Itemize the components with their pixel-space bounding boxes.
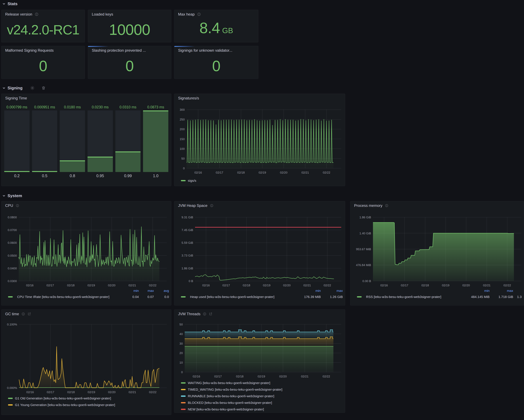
section-system[interactable]: System xyxy=(2,192,22,199)
info-icon[interactable] xyxy=(16,204,19,207)
legend-item-g1-young[interactable]: G1 Young Generation [teku-w3s-besu-teku-… xyxy=(8,402,169,408)
legend-header-min[interactable]: min xyxy=(463,289,489,293)
stat-value: 0 xyxy=(212,57,220,75)
legend-color-dash xyxy=(181,382,186,384)
legend-header-max[interactable]: max xyxy=(489,289,513,293)
bar-gauge-cell: 0.0230 ms 0.95 xyxy=(87,105,113,178)
panel-loading-indicator xyxy=(174,46,195,47)
svg-text:0.100%: 0.100% xyxy=(7,323,17,326)
svg-text:02/17: 02/17 xyxy=(216,171,223,174)
panel-title[interactable]: JVM Threads xyxy=(178,312,201,316)
legend-color-dash xyxy=(8,404,13,406)
svg-text:02/22: 02/22 xyxy=(323,171,330,174)
svg-text:0: 0 xyxy=(183,167,185,170)
legend-header-max[interactable]: max xyxy=(139,289,154,293)
panel-max-heap: Max heap 8.4 GB xyxy=(174,10,258,43)
legend-item-g1-old[interactable]: G1 Old Generation [teku-w3s-besu-teku-go… xyxy=(8,395,169,402)
gear-icon[interactable] xyxy=(30,86,35,90)
panel-release-version: Release version v24.2.0-RC1 xyxy=(1,10,85,43)
legend-color-dash xyxy=(8,398,13,399)
legend-item-new[interactable]: NEW [teku-w3s-besu-teku-goerli-web3signe… xyxy=(181,406,343,413)
svg-text:02/16: 02/16 xyxy=(193,375,200,378)
external-link-icon[interactable] xyxy=(27,312,31,316)
svg-text:02/18: 02/18 xyxy=(237,171,245,174)
process-memory-chart[interactable]: 0.00 B476.84 MiB953.67 MiB1.40 GiB1.86 G… xyxy=(352,209,522,287)
grafana-dashboard: Stats Release version v24.2.0-RC1 Loaded… xyxy=(0,0,524,420)
panel-title[interactable]: JVM Heap Space xyxy=(178,203,208,208)
svg-text:5.59 GiB: 5.59 GiB xyxy=(182,241,193,244)
legend-header-min[interactable]: min xyxy=(124,289,139,293)
external-link-icon[interactable] xyxy=(209,312,212,316)
section-signing[interactable]: Signing xyxy=(2,84,46,92)
legend-color-dash xyxy=(357,296,362,298)
legend-item-timed-waiting[interactable]: TIMED_WAITING [teku-w3s-besu-teku-goerli… xyxy=(181,386,343,393)
panel-title[interactable]: Malformed Signing Requests xyxy=(5,48,54,53)
bar-gauge-cell: 0.0180 ms 0.8 xyxy=(60,105,85,178)
svg-text:02/21: 02/21 xyxy=(301,375,308,378)
svg-text:02/20: 02/20 xyxy=(108,390,116,394)
legend-item-waiting[interactable]: WAITING [teku-w3s-besu-teku-goerli-web3s… xyxy=(181,380,343,386)
panel-title[interactable]: Signings for unknown validator... xyxy=(178,48,232,53)
panel-title[interactable]: Slashing protection prevented ... xyxy=(92,48,146,53)
legend-item-blocked[interactable]: BLOCKED [teku-w3s-besu-teku-goerli-web3s… xyxy=(181,399,343,406)
jvm-heap-chart[interactable]: 0 B1.86 GiB3.73 GiB5.59 GiB7.45 GiB9.31 … xyxy=(176,209,343,287)
svg-text:100: 100 xyxy=(180,147,185,150)
signatures-chart[interactable]: 05010015020025030002/1602/1702/1802/1902… xyxy=(176,101,343,177)
info-icon[interactable] xyxy=(210,204,213,207)
cpu-chart[interactable]: 0.03000.04000.05000.06000.07000.080002/1… xyxy=(4,209,169,287)
legend-header-avg[interactable]: avg xyxy=(154,289,169,293)
panel-unknown-validator: Signings for unknown validator... 0 xyxy=(174,46,258,79)
panel-title[interactable]: Max heap xyxy=(178,12,195,17)
chevron-down-icon xyxy=(2,86,6,90)
panel-cpu: CPU 0.03000.04000.05000.06000.07000.0800… xyxy=(1,201,171,306)
svg-text:02/19: 02/19 xyxy=(88,390,95,394)
legend-item-sigs[interactable]: sigs/s xyxy=(181,177,343,184)
svg-text:1.86 GiB: 1.86 GiB xyxy=(359,216,371,219)
svg-text:02/17: 02/17 xyxy=(401,284,408,287)
legend-header-max[interactable]: max xyxy=(321,289,343,293)
panel-title[interactable]: GC time xyxy=(5,312,19,316)
svg-text:02/20: 02/20 xyxy=(283,284,291,287)
legend-header-min[interactable]: min xyxy=(294,289,321,293)
svg-text:02/20: 02/20 xyxy=(279,375,287,378)
info-icon[interactable] xyxy=(385,204,388,207)
svg-text:02/22: 02/22 xyxy=(323,284,331,287)
signing-time-bar-gauge[interactable]: 0.000799 ms 0.2 0.000951 ms 0.5 0.0180 m… xyxy=(4,105,169,178)
svg-text:02/18: 02/18 xyxy=(421,284,429,287)
section-stats[interactable]: Stats xyxy=(2,0,17,8)
svg-text:02/17: 02/17 xyxy=(214,375,222,378)
svg-text:02/19: 02/19 xyxy=(258,375,265,378)
legend-color-dash xyxy=(181,180,186,181)
trash-icon[interactable] xyxy=(41,86,46,90)
panel-title[interactable]: Loaded keys xyxy=(92,12,113,17)
panel-loading-indicator xyxy=(88,46,108,47)
panel-signing-time: Signing Time 0.000799 ms 0.2 0.000951 ms… xyxy=(1,94,171,186)
panel-title[interactable]: Signatures/s xyxy=(178,96,199,100)
svg-text:02/17: 02/17 xyxy=(222,284,230,287)
svg-text:02/20: 02/20 xyxy=(280,171,288,174)
svg-text:02/19: 02/19 xyxy=(87,284,95,287)
info-icon[interactable] xyxy=(35,12,38,16)
gc-time-chart[interactable]: 0.000%0.100%02/1602/1702/1802/1902/2002/… xyxy=(4,317,169,394)
svg-text:02/17: 02/17 xyxy=(47,390,54,394)
info-icon[interactable] xyxy=(203,312,206,316)
svg-text:476.84 MiB: 476.84 MiB xyxy=(356,263,371,267)
legend-item-runnable[interactable]: RUNNABLE [teku-w3s-besu-teku-goerli-web3… xyxy=(181,393,343,399)
svg-text:50: 50 xyxy=(179,323,183,326)
svg-text:02/19: 02/19 xyxy=(259,171,266,174)
svg-text:02/16: 02/16 xyxy=(380,284,388,287)
panel-title[interactable]: CPU xyxy=(5,203,13,208)
jvm-threads-chart[interactable]: 0102030405002/1602/1702/1802/1902/2002/2… xyxy=(176,317,343,379)
legend-color-dash xyxy=(181,402,186,403)
svg-text:02/21: 02/21 xyxy=(301,171,309,174)
panel-title[interactable]: Release version xyxy=(5,12,32,17)
panel-title[interactable]: Process memory xyxy=(354,203,382,208)
legend-item-heap-used: Heap used [teku-w3s-besu-teku-goerli-web… xyxy=(181,293,343,300)
svg-text:0.0700: 0.0700 xyxy=(8,228,17,232)
svg-text:02/22: 02/22 xyxy=(149,390,157,394)
info-icon[interactable] xyxy=(22,312,25,316)
svg-text:1.40 GiB: 1.40 GiB xyxy=(359,232,371,235)
info-icon[interactable] xyxy=(197,12,201,16)
svg-text:0.00 B: 0.00 B xyxy=(362,279,371,283)
panel-title[interactable]: Signing Time xyxy=(5,96,27,100)
